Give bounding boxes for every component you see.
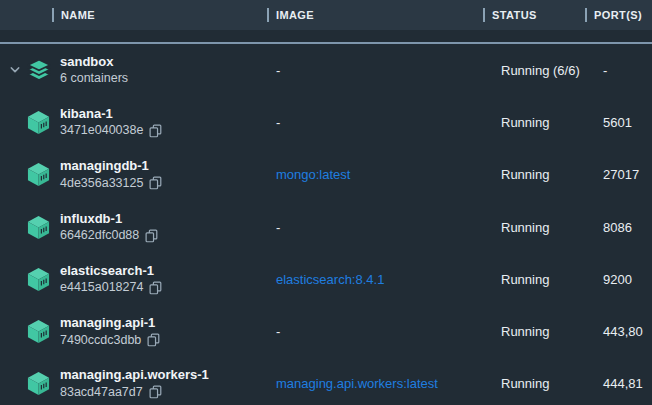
column-label: IMAGE [276,9,314,21]
container-name: managingdb-1 [60,159,268,173]
row-leading [0,149,60,201]
stack-subtext: 6 containers [60,72,268,85]
ports-cell: - [595,63,652,78]
copy-icon[interactable] [147,333,160,347]
row-leading [0,253,60,305]
container-cube-icon [27,110,51,135]
name-cell: kibana-1 3471e040038e [60,107,268,138]
copy-icon[interactable] [149,176,162,190]
container-name: influxdb-1 [60,212,268,226]
status-cell: Running [492,272,595,287]
table-row[interactable]: managing.api.workers-1 83acd47aa7d7 mana… [0,358,652,405]
status-cell: Running (6/6) [492,63,595,78]
name-cell: managingdb-1 4de356a33125 [60,159,268,190]
column-divider [267,8,269,22]
container-cube-icon [27,371,51,396]
row-leading [0,201,60,253]
container-cube-icon [27,267,51,292]
status-cell: Running [492,167,595,182]
table-row[interactable]: managing.api-1 7490ccdc3dbb - Running 44… [0,305,652,357]
table-row[interactable]: managingdb-1 4de356a33125 mongo:latest R… [0,149,652,201]
table-header: NAME IMAGE STATUS PORT(S) [0,0,652,30]
image-link[interactable]: elasticsearch:8.4.1 [268,272,492,287]
column-label: PORT(S) [594,9,642,21]
container-cube-icon [27,215,51,240]
ports-cell: 444,81 [595,376,652,391]
container-id-text: 83acd47aa7d7 [60,386,143,399]
row-leading [0,96,60,148]
ports-cell: 27017 [595,167,652,182]
name-cell: influxdb-1 66462dfc0d88 [60,212,268,243]
copy-icon[interactable] [145,229,158,243]
column-divider [483,8,485,22]
row-leading [0,305,60,357]
container-cube-icon [27,162,51,187]
ports-cell: 443,80 [595,324,652,339]
column-label: NAME [61,9,95,21]
column-divider [52,8,54,22]
container-name: kibana-1 [60,107,268,121]
container-id: 4de356a33125 [60,176,268,190]
containers-table: NAME IMAGE STATUS PORT(S) [0,0,652,405]
column-header-status[interactable]: STATUS [483,0,537,30]
table-row[interactable]: sandbox 6 containers - Running (6/6) - [0,44,652,96]
image-cell: - [268,324,492,339]
copy-icon[interactable] [149,385,162,399]
container-name: managing.api.workers-1 [60,368,268,382]
ports-cell: 9200 [595,272,652,287]
stack-name: sandbox [60,55,268,69]
name-cell: elasticsearch-1 e4415a018274 [60,264,268,295]
container-id: 83acd47aa7d7 [60,385,268,399]
container-id: e4415a018274 [60,281,268,295]
status-cell: Running [492,324,595,339]
container-id-text: 4de356a33125 [60,177,143,190]
image-link[interactable]: mongo:latest [268,167,492,182]
image-link[interactable]: managing.api.workers:latest [268,376,492,391]
container-id-text: e4415a018274 [60,281,143,294]
container-name: elasticsearch-1 [60,264,268,278]
container-id: 66462dfc0d88 [60,229,268,243]
column-header-image[interactable]: IMAGE [267,0,314,30]
column-divider [585,8,587,22]
name-cell: sandbox 6 containers [60,55,268,85]
row-leading [0,358,60,405]
image-cell: - [268,115,492,130]
container-id: 7490ccdc3dbb [60,333,268,347]
container-id-text: 3471e040038e [60,124,143,137]
status-cell: Running [492,376,595,391]
status-cell: Running [492,115,595,130]
copy-icon[interactable] [149,124,162,138]
name-cell: managing.api.workers-1 83acd47aa7d7 [60,368,268,399]
header-gap [0,30,652,42]
compose-stack-icon [27,58,51,82]
column-header-name[interactable]: NAME [52,0,95,30]
copy-icon[interactable] [149,281,162,295]
container-id: 3471e040038e [60,124,268,138]
ports-cell: 8086 [595,220,652,235]
image-cell: - [268,63,492,78]
status-cell: Running [492,220,595,235]
container-id-text: 66462dfc0d88 [60,229,139,242]
table-row[interactable]: influxdb-1 66462dfc0d88 - Running 8086 [0,201,652,253]
chevron-down-icon[interactable] [9,64,27,76]
image-cell: - [268,220,492,235]
ports-cell: 5601 [595,115,652,130]
container-id-text: 7490ccdc3dbb [60,334,141,347]
column-header-ports[interactable]: PORT(S) [585,0,642,30]
name-cell: managing.api-1 7490ccdc3dbb [60,316,268,347]
table-row[interactable]: elasticsearch-1 e4415a018274 elasticsear… [0,253,652,305]
table-row[interactable]: kibana-1 3471e040038e - Running 5601 [0,96,652,148]
row-leading [0,44,60,96]
container-name: managing.api-1 [60,316,268,330]
column-label: STATUS [492,9,537,21]
container-cube-icon [27,319,51,344]
